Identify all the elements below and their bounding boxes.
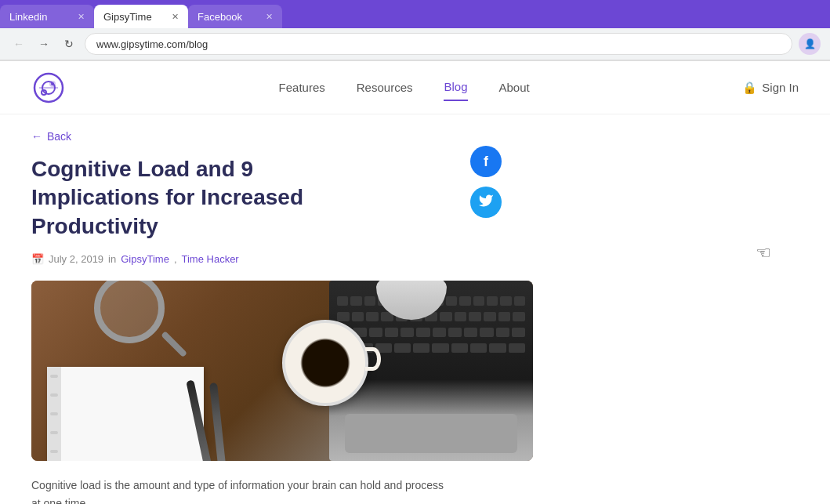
image-overlay — [31, 281, 533, 461]
trackpad — [345, 414, 517, 453]
article-content: ← Back Cognitive Load and 9 Implications… — [0, 114, 830, 504]
browser-chrome: Linkedin ✕ GipsyTime ✕ Facebook ✕ ← → ↻ … — [0, 0, 830, 61]
svg-point-3 — [51, 82, 54, 85]
twitter-icon — [478, 193, 494, 212]
notebook — [47, 367, 204, 461]
pen-2 — [209, 383, 226, 461]
tab-gipsytime-close[interactable]: ✕ — [172, 12, 179, 22]
website-content: Features Resources Blog About 🔒 Sign In … — [0, 61, 830, 504]
site-header: Features Resources Blog About 🔒 Sign In — [0, 61, 830, 114]
tag-separator: , — [174, 253, 177, 265]
forward-button[interactable]: → — [34, 34, 53, 53]
article-date: July 2, 2019 — [49, 253, 103, 265]
article-main: ← Back Cognitive Load and 9 Implications… — [31, 130, 455, 504]
tab-linkedin[interactable]: Linkedin ✕ — [0, 5, 94, 28]
twitter-share-button[interactable] — [470, 187, 502, 218]
back-button[interactable]: ← — [9, 34, 28, 53]
main-nav: Features Resources Blog About — [279, 74, 530, 101]
address-bar: ← → ↻ 👤 — [0, 28, 830, 60]
back-link[interactable]: ← Back — [31, 130, 455, 143]
site-logo[interactable] — [31, 71, 66, 105]
back-label: Back — [47, 130, 71, 143]
nav-resources[interactable]: Resources — [357, 74, 413, 100]
tab-linkedin-label: Linkedin — [9, 11, 47, 23]
profile-avatar[interactable]: 👤 — [799, 33, 821, 55]
nav-blog[interactable]: Blog — [444, 74, 467, 101]
tab-bar: Linkedin ✕ GipsyTime ✕ Facebook ✕ — [0, 0, 830, 28]
tag-gipsytime[interactable]: GipsyTime — [121, 253, 169, 265]
tab-facebook[interactable]: Facebook ✕ — [188, 5, 282, 28]
refresh-button[interactable]: ↻ — [60, 34, 78, 53]
sign-in-label: Sign In — [762, 81, 799, 94]
tab-gipsytime[interactable]: GipsyTime ✕ — [94, 5, 188, 28]
back-arrow-icon: ← — [31, 130, 42, 143]
tag-time-hacker[interactable]: Time Hacker — [182, 253, 239, 265]
article-title: Cognitive Load and 9 Implications for In… — [31, 155, 361, 241]
url-input[interactable] — [85, 33, 792, 55]
tab-linkedin-close[interactable]: ✕ — [78, 12, 85, 22]
article-meta: 📅 July 2, 2019 in GipsyTime , Time Hacke… — [31, 253, 455, 265]
nav-about[interactable]: About — [499, 74, 530, 100]
magnifier-handle — [161, 331, 187, 357]
tab-facebook-label: Facebook — [198, 11, 242, 23]
tab-facebook-close[interactable]: ✕ — [266, 12, 273, 22]
facebook-icon: f — [484, 154, 488, 170]
facebook-share-button[interactable]: f — [470, 146, 502, 177]
notebook-spine — [47, 367, 61, 461]
sign-in-button[interactable]: 🔒 Sign In — [742, 81, 799, 95]
logo-icon — [31, 71, 66, 105]
calendar-icon: 📅 — [31, 253, 44, 265]
lock-icon: 🔒 — [742, 81, 757, 95]
tab-gipsytime-label: GipsyTime — [103, 11, 152, 23]
coffee-handle — [365, 347, 381, 371]
coffee-cup — [282, 320, 368, 406]
keyboard-row-3 — [337, 328, 525, 337]
article-hero-image — [31, 281, 533, 461]
in-label: in — [108, 253, 116, 265]
magnifier — [94, 281, 165, 343]
nav-features[interactable]: Features — [279, 74, 325, 100]
article-excerpt: Cognitive load is the amount and type of… — [31, 477, 455, 504]
